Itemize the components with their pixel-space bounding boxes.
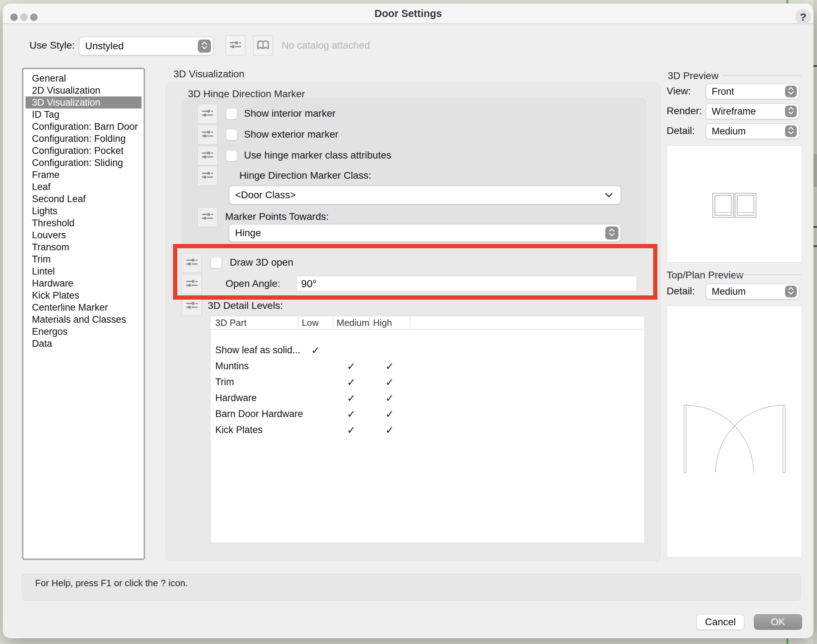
table-row[interactable]: Muntins ✓ ✓ bbox=[211, 358, 644, 374]
preview-control-stepper[interactable] bbox=[785, 86, 797, 98]
marker-points-stepper[interactable] bbox=[605, 227, 618, 240]
sidebar-item-lintel[interactable]: Lintel bbox=[26, 265, 141, 277]
high-check[interactable]: ✓ bbox=[369, 408, 410, 420]
preview-control-dropdown[interactable]: Wireframe bbox=[706, 104, 799, 119]
sidebar-item-trim[interactable]: Trim bbox=[26, 253, 141, 265]
ok-button[interactable]: OK bbox=[754, 614, 802, 630]
marker-points-label: Marker Points Towards: bbox=[225, 207, 329, 226]
detail-levels-table[interactable]: 3D Part Low Medium High Show leaf as sol… bbox=[210, 316, 645, 543]
sliders-icon bbox=[201, 106, 214, 120]
medium-check[interactable]: ✓ bbox=[333, 360, 369, 373]
sidebar-item-configuration-barn-door[interactable]: Configuration: Barn Door bbox=[26, 121, 141, 133]
sidebar-item-energos[interactable]: Energos bbox=[26, 325, 141, 337]
background-line bbox=[814, 65, 817, 67]
sidebar-item-3d-visualization[interactable]: 3D Visualization bbox=[26, 97, 141, 109]
sidebar-item-hardware[interactable]: Hardware bbox=[26, 277, 141, 289]
background-line bbox=[814, 245, 817, 247]
table-row[interactable]: Trim ✓ ✓ bbox=[211, 374, 644, 390]
preview-control-stepper[interactable] bbox=[785, 106, 797, 117]
row-options-button[interactable] bbox=[198, 146, 218, 166]
medium-check[interactable]: ✓ bbox=[333, 392, 369, 404]
plan-detail-value: Medium bbox=[712, 284, 746, 299]
preview-control-dropdown[interactable]: Front bbox=[706, 84, 799, 99]
help-button[interactable]: ? bbox=[796, 9, 811, 25]
row-options-button[interactable] bbox=[198, 104, 218, 124]
stepper-arrows-icon bbox=[201, 41, 208, 50]
marker-points-dropdown[interactable]: Hinge bbox=[229, 224, 621, 242]
row-checkbox[interactable] bbox=[226, 108, 237, 120]
preview-control-row: Render: Wireframe bbox=[667, 104, 799, 118]
background-line bbox=[814, 226, 817, 228]
high-check[interactable]: ✓ bbox=[369, 360, 410, 373]
sidebar-item-transom[interactable]: Transom bbox=[26, 241, 141, 253]
annotation-highlight-rectangle bbox=[173, 244, 658, 300]
sidebar-item-configuration-folding[interactable]: Configuration: Folding bbox=[26, 133, 141, 145]
sliders-icon bbox=[201, 127, 214, 141]
sidebar-item-kick-plates[interactable]: Kick Plates bbox=[26, 289, 141, 301]
sidebar-item-second-leaf[interactable]: Second Leaf bbox=[26, 193, 141, 205]
medium-check[interactable]: ✓ bbox=[333, 424, 369, 436]
plan-preview-divider bbox=[733, 274, 802, 275]
medium-check[interactable]: ✓ bbox=[333, 376, 369, 388]
main-panel-heading: 3D Visualization bbox=[173, 69, 244, 80]
plan-detail-stepper[interactable] bbox=[785, 286, 797, 297]
class-row-options-button[interactable] bbox=[198, 166, 218, 186]
stepper-arrows-icon bbox=[787, 287, 795, 295]
sidebar-item-data[interactable]: Data bbox=[26, 337, 141, 350]
medium-check[interactable]: ✓ bbox=[333, 408, 369, 420]
preview-3d-controls: View: Front Render: Wireframe Detail: Me… bbox=[667, 81, 799, 141]
preview-3d-title: 3D Preview bbox=[668, 70, 719, 81]
hinge-class-label: Hinge Direction Marker Class: bbox=[239, 166, 371, 185]
preview-3d-divider bbox=[723, 75, 802, 76]
table-row[interactable]: Hardware ✓ ✓ bbox=[211, 390, 644, 406]
sidebar-item-configuration-sliding[interactable]: Configuration: Sliding bbox=[26, 157, 141, 169]
stepper-arrows-icon bbox=[787, 86, 795, 95]
high-check[interactable]: ✓ bbox=[369, 376, 410, 388]
cancel-button[interactable]: Cancel bbox=[696, 614, 744, 630]
row-checkbox[interactable] bbox=[226, 150, 237, 161]
sliders-icon bbox=[201, 210, 214, 223]
row-checkbox[interactable] bbox=[226, 129, 237, 140]
low-check[interactable]: ✓ bbox=[298, 344, 333, 356]
sidebar-item-id-tag[interactable]: ID Tag bbox=[26, 109, 141, 121]
plan-detail-dropdown[interactable]: Medium bbox=[706, 284, 799, 299]
hinge-class-dropdown[interactable]: <Door Class> bbox=[229, 186, 621, 204]
sidebar-item-2d-visualization[interactable]: 2D Visualization bbox=[26, 84, 141, 97]
sidebar-list[interactable]: General2D Visualization3D VisualizationI… bbox=[22, 68, 145, 560]
sidebar-item-general[interactable]: General bbox=[26, 72, 141, 84]
preview-control-dropdown[interactable]: Medium bbox=[706, 123, 799, 139]
style-options-button[interactable] bbox=[225, 35, 245, 55]
sidebar-item-centerline-marker[interactable]: Centerline Marker bbox=[26, 301, 141, 313]
sliders-icon bbox=[229, 38, 242, 51]
sidebar-item-louvers[interactable]: Louvers bbox=[26, 229, 141, 241]
background-drawing-sliver bbox=[814, 0, 817, 644]
sidebar-item-materials-and-classes[interactable]: Materials and Classes bbox=[26, 313, 141, 325]
preview-control-stepper[interactable] bbox=[785, 126, 797, 137]
use-style-stepper[interactable] bbox=[198, 40, 211, 53]
column-header-medium: Medium bbox=[333, 316, 369, 329]
row-label: Show interior marker bbox=[244, 104, 336, 123]
sidebar-item-configuration-pocket[interactable]: Configuration: Pocket bbox=[26, 145, 141, 157]
use-style-value: Unstyled bbox=[85, 37, 124, 55]
detail-levels-table-body: Show leaf as solid... ✓ Muntins ✓ ✓ Trim… bbox=[211, 330, 644, 438]
sidebar-item-threshold[interactable]: Threshold bbox=[26, 217, 141, 229]
catalog-button[interactable] bbox=[253, 35, 273, 55]
table-row[interactable]: Kick Plates ✓ ✓ bbox=[211, 422, 644, 438]
preview-3d-image bbox=[667, 146, 802, 262]
sidebar-item-frame[interactable]: Frame bbox=[26, 169, 141, 181]
preview-control-row: Detail: Medium bbox=[667, 123, 799, 138]
sidebar-item-leaf[interactable]: Leaf bbox=[26, 181, 141, 193]
row-options-button[interactable] bbox=[198, 125, 218, 145]
chevron-down-icon bbox=[605, 193, 613, 198]
table-row[interactable]: Barn Door Hardware ✓ ✓ bbox=[211, 406, 644, 422]
use-style-dropdown[interactable]: Unstyled bbox=[79, 37, 213, 55]
high-check[interactable]: ✓ bbox=[369, 392, 410, 404]
high-check[interactable]: ✓ bbox=[369, 424, 410, 436]
open-book-icon bbox=[256, 38, 270, 52]
table-row[interactable]: Show leaf as solid... ✓ bbox=[211, 342, 644, 358]
marker-row-options-button[interactable] bbox=[198, 207, 218, 227]
part-name: Muntins bbox=[211, 361, 298, 372]
hinge-marker-row: Show exterior marker bbox=[182, 125, 646, 144]
sidebar-item-lights[interactable]: Lights bbox=[26, 205, 141, 217]
row-label: Use hinge marker class attributes bbox=[244, 146, 391, 165]
